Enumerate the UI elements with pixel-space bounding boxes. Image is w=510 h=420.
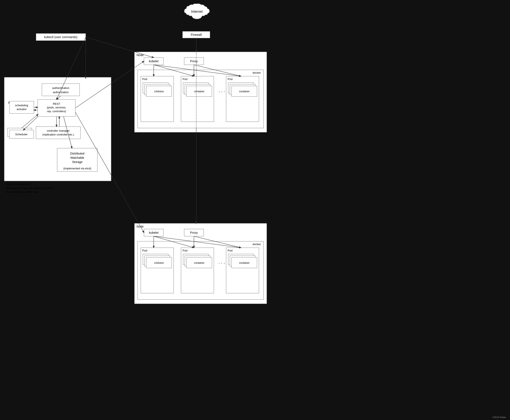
svg-rect-2 [4,77,111,181]
node1-pod2-label: Pod [182,77,187,81]
svg-rect-40 [230,256,255,266]
node2-label: Node [136,225,144,228]
cloud-label: Internet [191,10,203,13]
storage-text4: (implemented via etcd) [63,167,91,170]
node2-container2: container [192,260,202,263]
diagram-area: Internet Firewall kubectl (user commands… [0,0,510,420]
svg-line-63 [154,236,241,248]
svg-rect-30 [141,248,174,293]
node2-pod2-label: Pod [182,249,187,252]
node1-dots: · · · [218,89,225,94]
auth-text2: authorization [53,90,69,94]
svg-rect-37 [187,257,212,268]
svg-rect-35 [183,254,209,265]
svg-rect-1 [36,33,86,41]
node2-kubelet: kubelet [149,231,158,234]
svg-rect-34 [181,248,214,293]
svg-rect-22 [226,76,259,122]
svg-rect-13 [138,70,263,128]
svg-rect-6 [8,128,32,136]
svg-line-60 [194,65,241,76]
svg-line-62 [154,236,194,248]
svg-rect-3 [42,84,80,96]
svg-rect-28 [184,229,204,236]
node1-pod1-label: Pod [142,77,147,81]
master-label1: Master components [6,183,31,186]
svg-line-46 [57,37,86,99]
node1-cadvisor1: cAdvisor [151,87,160,90]
rest-text1: REST [53,102,60,105]
node1-docker: docker [253,71,261,74]
svg-rect-39 [228,254,254,265]
svg-rect-11 [144,58,164,65]
scheduler1-label: Scheduler [13,131,26,134]
node2-proxy: Proxy [190,231,198,234]
node2-dots: · · · [218,260,225,266]
rest-text2: (pods, services, [47,106,66,109]
node1-pod3-container1: container [236,87,246,90]
node2-cadvisor1: cAdvisor [151,258,160,261]
node1-kubelet: kubelet [149,60,158,63]
storage-text1: Distributed [70,152,84,155]
node1-container1: container [191,87,201,90]
node2-pod3-container1: container [236,258,246,261]
node1-pod3-container3: container [239,90,249,93]
node2-pod3-label: Pod [228,249,232,252]
svg-rect-26 [135,223,267,304]
node2-pod3-container3: container [239,262,249,264]
node1-cadvisor3: cAdvisor [154,90,164,93]
svg-rect-20 [185,84,210,95]
svg-rect-33 [146,257,172,268]
svg-rect-32 [145,256,170,266]
controller-text1: controller manager [47,129,70,132]
node2-cadvisor2: cAdvisor [152,260,162,263]
scheduling-text1: scheduling [15,104,28,107]
svg-rect-15 [143,82,168,93]
storage-text3: Storage [72,160,82,164]
svg-rect-21 [187,86,212,97]
svg-rect-36 [185,256,210,266]
node1-label: Node [136,53,144,57]
node2-cadvisor3: cAdvisor [154,262,164,264]
node2-container1: container [191,258,201,261]
svg-rect-18 [181,76,214,122]
svg-rect-4 [9,101,34,113]
svg-rect-10 [135,52,267,132]
svg-rect-38 [226,248,259,293]
svg-rect-12 [184,58,204,65]
node1-proxy: Proxy [190,60,198,63]
svg-rect-25 [232,86,257,97]
master-label2: Colocated, or spread across machines, [6,187,54,190]
scheduling-text2: actuator [17,107,27,111]
svg-rect-8 [36,127,81,139]
svg-rect-16 [145,84,170,95]
scheduler2-label: Scheduler [15,133,28,136]
svg-line-55 [23,116,38,130]
node1-container3: container [194,90,204,93]
svg-rect-5 [38,99,75,116]
cloud-shape: Internet [184,4,210,19]
svg-rect-0 [182,31,210,38]
svg-rect-24 [230,84,255,95]
svg-rect-31 [143,254,168,265]
firewall-label: Firewall [191,33,202,36]
rest-text3: rep. controllers) [47,110,66,113]
master-label3: as dictated by cluster size. [6,190,38,194]
node2-pod3-container2: container [237,260,248,263]
svg-line-54 [22,114,38,128]
storage-text2: Watchable [70,156,84,159]
svg-rect-7 [9,130,34,138]
node2-pod1-label: Pod [142,249,147,252]
svg-line-47 [86,37,154,58]
svg-rect-9 [57,148,98,172]
node2-docker: docker [253,243,261,246]
kubectl-label: kubectl (user commands) [44,35,77,39]
copyright: ©2015 Khtan [492,416,506,419]
svg-line-66 [75,61,144,108]
svg-rect-19 [183,82,209,93]
svg-line-53 [64,116,72,148]
auth-text: authentication [52,86,69,90]
svg-line-57 [154,65,194,76]
svg-rect-29 [138,241,263,300]
svg-rect-41 [232,257,257,268]
